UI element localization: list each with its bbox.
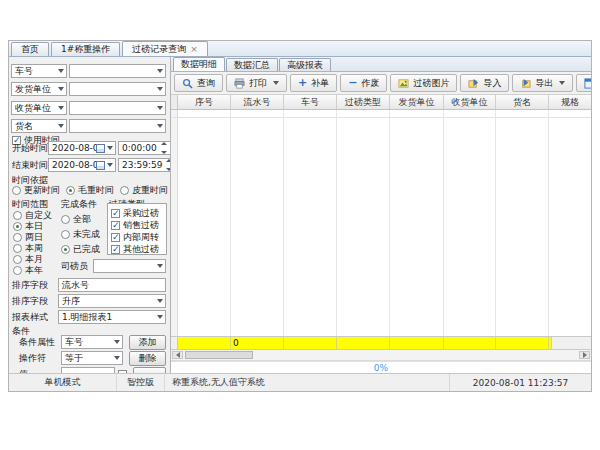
shipper-value-combo[interactable]	[69, 82, 166, 96]
condition-operator-label: 操作符	[19, 352, 61, 365]
chevron-down-icon	[107, 146, 113, 150]
summary-row: 0	[171, 336, 591, 350]
filter-row-vehicle: 车号	[11, 64, 166, 78]
tab-advanced-report[interactable]: 高级报表	[279, 58, 331, 71]
export-icon	[520, 78, 531, 89]
data-panel: 数据明细 数据汇总 高级报表 查询 打印 + 补单	[171, 57, 591, 373]
radio-range-year[interactable]: 本年	[13, 263, 43, 277]
plus-icon: +	[298, 78, 307, 88]
checkbox-other-weigh[interactable]: 其他过磅	[111, 243, 159, 256]
shipper-field-select[interactable]: 发货单位	[11, 82, 67, 96]
goods-field-select[interactable]: 货名	[11, 119, 67, 133]
spinner-up-icon[interactable]	[161, 142, 167, 145]
grid-toolbar: 查询 打印 + 补单 − 作废 过磅图片	[171, 72, 591, 95]
radio-selected-icon	[66, 186, 75, 195]
weigher-row: 司磅员	[61, 259, 166, 273]
grid-body[interactable]	[171, 110, 591, 336]
radio-tare-time[interactable]: 皮重时间	[120, 184, 168, 197]
sort-order-row: 排序字段 升序	[12, 294, 166, 308]
start-time-label: 开始时间	[12, 142, 48, 155]
scroll-right-icon[interactable]	[579, 351, 590, 359]
tab-record-query-label: 过磅记录查询	[132, 43, 186, 56]
scrollbar-thumb[interactable]	[185, 351, 253, 359]
column-header-shipper[interactable]: 发货单位	[390, 95, 444, 109]
void-button[interactable]: − 作废	[340, 74, 387, 92]
row-selector-header	[171, 95, 178, 109]
condition-operator-row: 操作符 等于 删除	[19, 351, 166, 365]
column-header-goods[interactable]: 货名	[496, 95, 549, 109]
tab-data-detail[interactable]: 数据明细	[173, 57, 225, 71]
chevron-down-icon	[559, 81, 565, 85]
condition-attr-combo[interactable]: 车号	[61, 335, 123, 349]
add-condition-button[interactable]: 添加	[129, 335, 166, 350]
checkbox-checked-icon	[111, 209, 120, 218]
radio-gross-time[interactable]: 毛重时间	[66, 184, 114, 197]
vehicle-field-select[interactable]: 车号	[11, 64, 67, 78]
start-time-spinner[interactable]: 0:00:00	[118, 141, 171, 155]
summary-flow-count: 0	[231, 337, 284, 349]
vehicle-value-combo[interactable]	[69, 64, 166, 78]
tab-record-query[interactable]: 过磅记录查询 ×	[122, 41, 208, 56]
tab-data-summary[interactable]: 数据汇总	[226, 58, 278, 71]
minus-icon: −	[348, 78, 357, 88]
column-header-weigh-type[interactable]: 过磅类型	[337, 95, 390, 109]
sort-field-input[interactable]: 流水号	[58, 278, 166, 292]
chevron-down-icon	[157, 264, 163, 268]
close-icon[interactable]: ×	[190, 45, 198, 54]
radio-finish-all[interactable]: 全部	[61, 212, 91, 226]
start-time-row: 开始时间 2020-08-01 0:00:00	[12, 141, 166, 155]
import-button[interactable]: 导入	[460, 74, 509, 92]
spinner-down-icon[interactable]	[161, 151, 167, 154]
sort-field-row: 排序字段 流水号	[12, 278, 166, 292]
start-date-picker[interactable]: 2020-08-01	[48, 141, 116, 155]
chevron-down-icon	[107, 163, 113, 167]
scroll-left-icon[interactable]	[172, 351, 183, 359]
condition-operator-combo[interactable]: 等于	[61, 351, 123, 365]
end-time-spinner[interactable]: 23:59:59	[118, 158, 171, 172]
goods-value-combo[interactable]	[69, 119, 166, 133]
chevron-down-icon	[157, 299, 163, 303]
status-mode: 单机模式	[9, 374, 117, 391]
main-content: 车号 发货单位 收货单位	[9, 57, 591, 373]
horizontal-scrollbar[interactable]	[171, 350, 591, 361]
column-header-receiver[interactable]: 收货单位	[444, 95, 496, 109]
settings-button[interactable]: 设置	[576, 74, 591, 92]
sort-order-combo[interactable]: 升序	[58, 294, 166, 308]
column-header-flow-no[interactable]: 流水号	[231, 95, 284, 109]
progress-bar: 0%	[171, 361, 591, 373]
radio-finish-done[interactable]: 已完成	[61, 242, 100, 256]
report-style-combo[interactable]: 1.明细报表1	[58, 310, 166, 324]
column-header-vehicle[interactable]: 车号	[284, 95, 337, 109]
radio-finish-unfinished[interactable]: 未完成	[61, 227, 100, 241]
radio-icon	[61, 230, 70, 239]
checkbox-checked-icon	[111, 233, 120, 242]
filter-row-receiver: 收货单位	[11, 101, 166, 115]
receiver-value-combo[interactable]	[69, 101, 166, 115]
column-header-seq[interactable]: 序号	[178, 95, 231, 109]
radio-update-time[interactable]: 更新时间	[12, 184, 60, 197]
weigh-photos-button[interactable]: 过磅图片	[390, 74, 457, 92]
checkbox-checked-icon	[111, 221, 120, 230]
sort-order-label: 排序字段	[12, 295, 58, 308]
time-basis-options: 更新时间 毛重时间 皮重时间	[12, 183, 168, 197]
weigher-combo[interactable]	[93, 259, 166, 273]
vehicle-field-label: 车号	[15, 65, 33, 78]
print-button[interactable]: 打印	[226, 74, 287, 92]
start-time-value: 0:00:00	[122, 143, 157, 153]
chevron-down-icon	[58, 106, 64, 110]
export-button[interactable]: 导出	[512, 74, 573, 92]
delete-condition-button[interactable]: 删除	[129, 351, 166, 366]
finish-cond-caption: 完成条件	[61, 197, 97, 211]
tab-home[interactable]: 首页	[11, 42, 49, 56]
supplement-order-button[interactable]: + 补单	[290, 74, 337, 92]
end-date-picker[interactable]: 2020-08-01	[48, 158, 116, 172]
status-edition: 智控版	[117, 374, 165, 391]
column-header-spec[interactable]: 规格	[549, 95, 591, 109]
receiver-field-select[interactable]: 收货单位	[11, 101, 67, 115]
query-button[interactable]: 查询	[174, 74, 223, 92]
radio-icon	[13, 266, 22, 275]
receiver-field-label: 收货单位	[15, 102, 51, 115]
radio-icon	[61, 215, 70, 224]
tab-weigh-operation[interactable]: 1#称重操作	[51, 42, 120, 56]
checkbox-checked-icon	[111, 245, 120, 254]
